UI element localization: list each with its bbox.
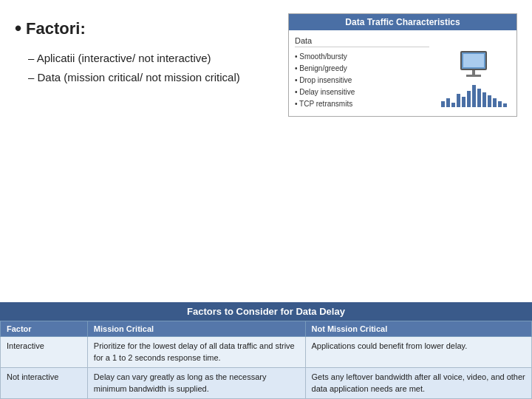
table-cell-factor: Not interactive [1, 368, 88, 399]
sub-item-2: Data (mission critical/ not mission crit… [28, 68, 273, 87]
chart-bar [462, 97, 466, 107]
data-table: Factor Mission Critical Not Mission Crit… [0, 321, 532, 399]
chart-icon [441, 81, 507, 107]
sub-item-1: Aplicatii (interactive/ not interactive) [28, 49, 273, 68]
chart-bar [498, 101, 502, 107]
table-row: Not interactiveDelay can vary greatly as… [1, 368, 532, 399]
top-section: Factori: Aplicatii (interactive/ not int… [0, 0, 532, 302]
main-title: Factori: [15, 17, 273, 40]
table-cell-mission: Prioritize for the lowest delay of all d… [87, 337, 305, 368]
chart-bar [488, 95, 491, 107]
col-header-mission: Mission Critical [87, 321, 305, 337]
dtc-bullets: Smooth/bursty Benign/greedy Drop insensi… [295, 51, 429, 110]
dtc-data-col: Data Smooth/bursty Benign/greedy Drop in… [295, 36, 429, 110]
table-banner: Factors to Consider for Data Delay [0, 302, 532, 321]
chart-bar [482, 92, 486, 107]
dtc-bullet-4: Delay insensitive [295, 86, 429, 98]
monitor-screen [463, 54, 484, 67]
table-row: InteractivePrioritize for the lowest del… [1, 337, 532, 368]
chart-bar [446, 98, 450, 107]
monitor-base [466, 75, 481, 77]
table-cell-factor: Interactive [1, 337, 88, 368]
sub-list: Aplicatii (interactive/ not interactive)… [15, 49, 273, 86]
dtc-bullet-5: TCP retransmits [295, 98, 429, 110]
chart-bar [472, 85, 476, 107]
dtc-header: Data Traffic Characteristics [289, 14, 516, 30]
dtc-bullet-2: Benign/greedy [295, 63, 429, 75]
dtc-bullet-3: Drop insensitive [295, 75, 429, 86]
left-content: Factori: Aplicatii (interactive/ not int… [15, 13, 273, 295]
chart-bar [451, 103, 455, 107]
computer-icon [460, 51, 487, 77]
table-cell-not-mission: Applications could benefit from lower de… [305, 337, 531, 368]
table-cell-not-mission: Gets any leftover bandwidth after all vo… [305, 368, 531, 399]
dtc-bullet-1: Smooth/bursty [295, 51, 429, 63]
col-header-not-mission: Not Mission Critical [305, 321, 531, 337]
monitor [460, 51, 487, 70]
page-container: Factori: Aplicatii (interactive/ not int… [0, 0, 532, 399]
right-content: Data Traffic Characteristics Data Smooth… [288, 13, 517, 295]
dtc-body: Data Smooth/bursty Benign/greedy Drop in… [289, 30, 516, 116]
table-header-row: Factor Mission Critical Not Mission Crit… [1, 321, 532, 337]
chart-bar [503, 103, 507, 107]
col-header-factor: Factor [1, 321, 88, 337]
dtc-data-label: Data [295, 36, 429, 47]
chart-bar [493, 98, 497, 107]
chart-bar [441, 101, 445, 107]
dtc-box: Data Traffic Characteristics Data Smooth… [288, 13, 517, 117]
dtc-visual [437, 36, 511, 110]
chart-bar [467, 91, 471, 107]
chart-bar [477, 89, 481, 107]
table-cell-mission: Delay can vary greatly as long as the ne… [87, 368, 305, 399]
bottom-section: Factors to Consider for Data Delay Facto… [0, 302, 532, 399]
chart-bar [457, 94, 460, 107]
